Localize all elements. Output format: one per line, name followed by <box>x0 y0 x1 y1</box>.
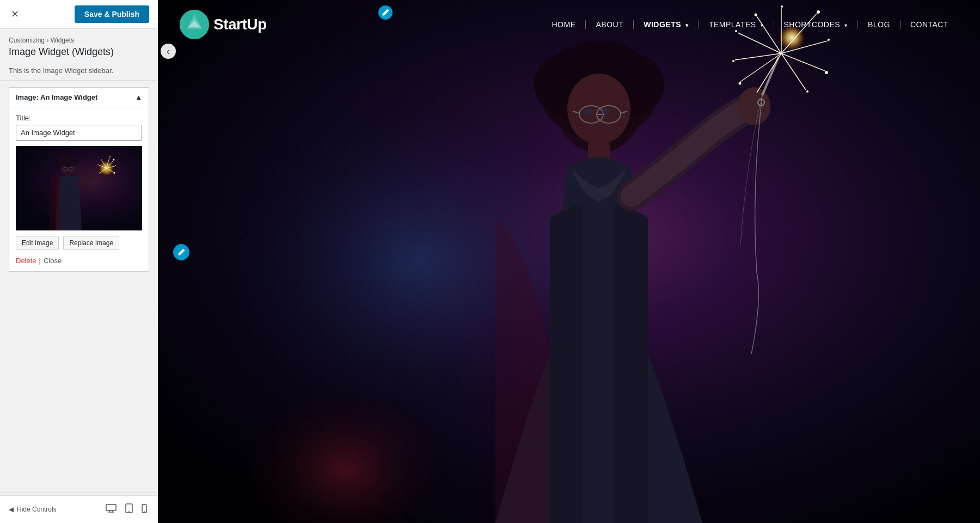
panel-bottom-bar: ◀ Hide Controls <box>0 495 158 523</box>
widget-header-label: Image: An Image Widget <box>16 93 97 101</box>
widget-body: Title: <box>9 107 149 272</box>
logo-edit-pencil[interactable] <box>378 5 393 20</box>
close-widget-link[interactable]: Close <box>44 257 62 265</box>
svg-rect-17 <box>50 177 60 230</box>
breadcrumb: Customizing › Widgets <box>9 37 149 44</box>
sidebar-description: This is the Image Widget sidebar. <box>0 61 158 81</box>
nav-item-about[interactable]: ABOUT <box>586 16 633 33</box>
logo-icon <box>180 10 209 39</box>
delete-close-row: Delete | Close <box>16 257 142 265</box>
hide-controls-arrow: ◀ <box>9 506 14 513</box>
save-publish-button[interactable]: Save & Publish <box>75 5 149 23</box>
logo: StartUp <box>180 10 267 39</box>
widget-collapse-icon: ▲ <box>135 93 142 101</box>
widgets-chevron: ▾ <box>685 22 689 28</box>
nav-item-templates[interactable]: TEMPLATES ▾ <box>699 16 774 33</box>
nav-item-contact[interactable]: CONTACT <box>901 16 958 33</box>
hero-background: StartUp HOME ABOUT WIDGETS ▾ TEMPLATES ▾ <box>158 0 980 523</box>
nav-link-templates[interactable]: TEMPLATES ▾ <box>699 16 774 33</box>
svg-point-63 <box>584 108 593 115</box>
svg-point-52 <box>806 90 808 93</box>
shortcodes-chevron: ▾ <box>844 22 848 28</box>
desktop-view-button[interactable] <box>103 501 119 518</box>
edit-image-button[interactable]: Edit Image <box>16 236 59 250</box>
title-input[interactable] <box>16 125 142 141</box>
nav-item-blog[interactable]: BLOG <box>858 16 900 33</box>
pipe-separator: | <box>39 257 41 265</box>
breadcrumb-area: Customizing › Widgets Image Widget (Widg… <box>0 29 158 61</box>
svg-rect-18 <box>106 504 116 510</box>
section-edit-pencil[interactable] <box>173 244 189 260</box>
nav-link-contact[interactable]: CONTACT <box>901 16 958 33</box>
nav-link-blog[interactable]: BLOG <box>858 16 900 33</box>
nav-link-shortcodes[interactable]: SHORTCODES ▾ <box>774 16 857 33</box>
svg-point-25 <box>144 510 145 512</box>
delete-link[interactable]: Delete <box>16 257 36 265</box>
navbar: StartUp HOME ABOUT WIDGETS ▾ TEMPLATES ▾ <box>158 0 980 49</box>
device-icons <box>103 501 149 518</box>
nav-list: HOME ABOUT WIDGETS ▾ TEMPLATES ▾ <box>542 16 958 33</box>
hide-controls-button[interactable]: ◀ Hide Controls <box>9 506 57 513</box>
image-buttons: Edit Image Replace Image <box>16 236 142 250</box>
back-arrow-button[interactable]: ‹ <box>161 44 176 59</box>
templates-chevron: ▾ <box>761 22 764 28</box>
nav-link-widgets[interactable]: WIDGETS ▾ <box>634 16 699 33</box>
svg-point-12 <box>115 165 116 166</box>
image-preview-inner <box>16 146 142 230</box>
nav-link-about[interactable]: ABOUT <box>586 16 633 33</box>
svg-point-11 <box>113 159 114 161</box>
panel-title: Image Widget (Widgets) <box>9 46 149 58</box>
svg-point-56 <box>732 60 734 62</box>
widget-area: Image: An Image Widget ▲ Title: <box>0 81 158 492</box>
nav-menu: HOME ABOUT WIDGETS ▾ TEMPLATES ▾ <box>542 16 958 33</box>
svg-point-51 <box>825 71 828 74</box>
svg-point-13 <box>113 172 115 174</box>
nav-link-home[interactable]: HOME <box>542 16 585 33</box>
hide-controls-label: Hide Controls <box>17 506 57 513</box>
replace-image-button[interactable]: Replace Image <box>63 236 119 250</box>
nav-item-widgets[interactable]: WIDGETS ▾ <box>634 16 699 33</box>
nav-item-shortcodes[interactable]: SHORTCODES ▾ <box>774 16 857 33</box>
svg-point-2 <box>58 155 79 167</box>
widget-header[interactable]: Image: An Image Widget ▲ <box>9 87 149 107</box>
tablet-view-button[interactable] <box>123 501 135 518</box>
svg-point-57 <box>739 82 742 85</box>
close-customizer-button[interactable]: ✕ <box>9 6 21 22</box>
customizer-panel: ✕ Save & Publish Customizing › Widgets I… <box>0 0 158 523</box>
svg-point-36 <box>738 87 770 125</box>
svg-point-64 <box>602 108 610 115</box>
mobile-view-button[interactable] <box>139 501 149 518</box>
preview-area: StartUp HOME ABOUT WIDGETS ▾ TEMPLATES ▾ <box>158 0 980 523</box>
nav-item-home[interactable]: HOME <box>542 16 585 33</box>
logo-text: StartUp <box>213 16 267 33</box>
svg-point-14 <box>109 156 111 157</box>
title-field-label: Title: <box>16 114 142 122</box>
svg-point-23 <box>128 511 130 512</box>
panel-top-bar: ✕ Save & Publish <box>0 0 158 29</box>
image-preview <box>16 146 142 230</box>
